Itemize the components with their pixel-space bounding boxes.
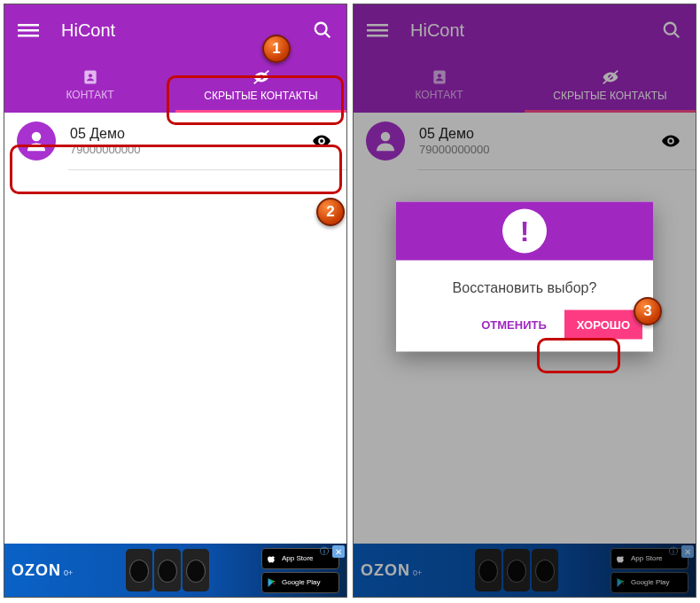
- tab-contacts[interactable]: КОНТАКТ: [4, 56, 175, 113]
- dialog-actions: ОТМЕНИТЬ ХОРОШО: [396, 303, 653, 352]
- svg-line-4: [325, 33, 331, 38]
- ad-info-icon[interactable]: ⓘ: [318, 545, 331, 558]
- ad-close-icon[interactable]: ✕: [332, 545, 345, 558]
- ad-product: [126, 549, 209, 591]
- tab-hidden-label: СКРЫТЫЕ КОНТАКТЫ: [204, 90, 317, 102]
- tab-bar: КОНТАКТ СКРЫТЫЕ КОНТАКТЫ: [4, 56, 346, 113]
- screen-left: HiCont КОНТАКТ СКРЫТЫЕ КОНТАКТЫ 05 Демо …: [4, 4, 347, 598]
- badge-2: 2: [316, 198, 345, 226]
- contact-number: 79000000000: [70, 143, 309, 156]
- svg-rect-1: [18, 29, 39, 32]
- tab-hidden-contacts[interactable]: СКРЫТЫЕ КОНТАКТЫ: [175, 56, 346, 113]
- avatar: [17, 121, 56, 161]
- svg-rect-2: [18, 35, 39, 37]
- svg-point-3: [315, 23, 327, 35]
- dialog-header: !: [396, 202, 653, 261]
- app-title: HiCont: [61, 20, 311, 41]
- unhide-icon[interactable]: [309, 129, 334, 153]
- menu-icon[interactable]: [17, 19, 40, 42]
- divider: [68, 169, 346, 170]
- restore-dialog: ! Восстановить выбор? ОТМЕНИТЬ ХОРОШО: [396, 202, 653, 352]
- dialog-message: Восстановить выбор?: [396, 261, 653, 303]
- ok-button[interactable]: ХОРОШО: [564, 310, 642, 340]
- svg-point-9: [320, 139, 323, 143]
- exclamation-icon: !: [502, 209, 547, 254]
- ad-banner[interactable]: OZON 0+ App Store Google Play ⓘ ✕: [4, 544, 346, 597]
- app-bar: HiCont: [4, 4, 346, 56]
- tab-contacts-label: КОНТАКТ: [66, 89, 113, 101]
- svg-point-8: [32, 132, 42, 142]
- screen-right: HiCont КОНТАКТ СКРЫТЫЕ КОНТАКТЫ 05 Демо …: [353, 4, 696, 598]
- contact-text: 05 Демо 79000000000: [70, 126, 309, 156]
- ad-brand: OZON: [12, 561, 61, 580]
- svg-rect-0: [18, 24, 39, 27]
- cancel-button[interactable]: ОТМЕНИТЬ: [469, 310, 559, 340]
- svg-point-6: [88, 74, 91, 77]
- googleplay-badge[interactable]: Google Play: [261, 572, 339, 593]
- contact-name: 05 Демо: [70, 126, 309, 142]
- contact-row[interactable]: 05 Демо 79000000000: [4, 113, 346, 169]
- search-icon[interactable]: [311, 19, 334, 42]
- ad-age: 0+: [64, 568, 73, 577]
